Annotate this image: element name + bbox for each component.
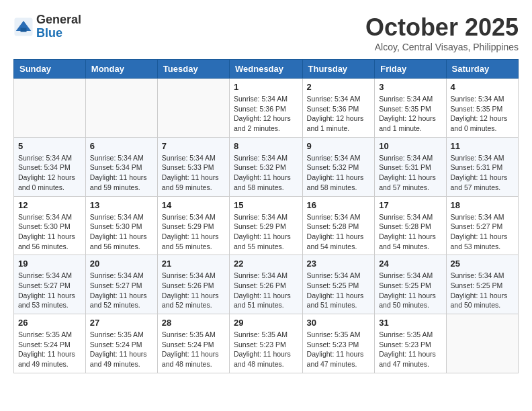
weekday-header-monday: Monday <box>85 60 157 79</box>
calendar-cell: 31Sunrise: 5:35 AM Sunset: 5:23 PM Dayli… <box>375 314 446 373</box>
calendar-table: SundayMondayTuesdayWednesdayThursdayFrid… <box>13 59 519 373</box>
logo-general: General <box>36 13 81 27</box>
day-number: 19 <box>18 259 81 269</box>
calendar-cell <box>157 79 229 138</box>
day-number: 11 <box>451 141 514 151</box>
calendar-cell: 10Sunrise: 5:34 AM Sunset: 5:31 PM Dayli… <box>375 137 446 196</box>
day-number: 6 <box>90 141 153 151</box>
day-info: Sunrise: 5:35 AM Sunset: 5:24 PM Dayligh… <box>162 330 225 369</box>
day-info: Sunrise: 5:34 AM Sunset: 5:27 PM Dayligh… <box>90 271 153 310</box>
day-number: 29 <box>234 318 298 328</box>
calendar-cell: 29Sunrise: 5:35 AM Sunset: 5:23 PM Dayli… <box>230 314 303 373</box>
calendar-cell: 13Sunrise: 5:34 AM Sunset: 5:30 PM Dayli… <box>85 196 157 255</box>
day-info: Sunrise: 5:34 AM Sunset: 5:31 PM Dayligh… <box>451 153 514 193</box>
day-number: 14 <box>162 200 225 210</box>
day-info: Sunrise: 5:34 AM Sunset: 5:28 PM Dayligh… <box>379 212 441 252</box>
day-number: 2 <box>307 82 371 92</box>
calendar-cell: 21Sunrise: 5:34 AM Sunset: 5:26 PM Dayli… <box>157 255 229 314</box>
calendar-cell: 7Sunrise: 5:34 AM Sunset: 5:33 PM Daylig… <box>157 137 229 196</box>
calendar-cell: 3Sunrise: 5:34 AM Sunset: 5:35 PM Daylig… <box>375 79 446 138</box>
weekday-header-friday: Friday <box>375 60 446 79</box>
day-info: Sunrise: 5:34 AM Sunset: 5:32 PM Dayligh… <box>307 153 371 193</box>
day-info: Sunrise: 5:34 AM Sunset: 5:31 PM Dayligh… <box>379 153 441 193</box>
svg-rect-2 <box>21 28 27 32</box>
calendar-cell <box>85 79 157 138</box>
day-info: Sunrise: 5:34 AM Sunset: 5:26 PM Dayligh… <box>234 271 298 310</box>
day-info: Sunrise: 5:34 AM Sunset: 5:26 PM Dayligh… <box>162 271 225 310</box>
calendar-cell: 9Sunrise: 5:34 AM Sunset: 5:32 PM Daylig… <box>302 137 375 196</box>
day-info: Sunrise: 5:34 AM Sunset: 5:30 PM Dayligh… <box>90 212 153 252</box>
day-number: 30 <box>307 318 371 328</box>
day-number: 22 <box>234 259 298 269</box>
location-title: Alcoy, Central Visayas, Philippines <box>365 42 519 52</box>
day-number: 16 <box>307 200 371 210</box>
day-number: 21 <box>162 259 225 269</box>
day-number: 18 <box>451 200 514 210</box>
calendar-cell <box>446 314 518 373</box>
weekday-header-saturday: Saturday <box>446 60 518 79</box>
calendar-cell: 5Sunrise: 5:34 AM Sunset: 5:34 PM Daylig… <box>14 137 86 196</box>
calendar-cell: 16Sunrise: 5:34 AM Sunset: 5:28 PM Dayli… <box>302 196 375 255</box>
calendar-week-row: 19Sunrise: 5:34 AM Sunset: 5:27 PM Dayli… <box>14 255 519 314</box>
day-number: 20 <box>90 259 153 269</box>
day-number: 28 <box>162 318 225 328</box>
day-number: 25 <box>451 259 514 269</box>
day-info: Sunrise: 5:34 AM Sunset: 5:35 PM Dayligh… <box>451 94 514 134</box>
day-info: Sunrise: 5:35 AM Sunset: 5:23 PM Dayligh… <box>307 330 371 369</box>
day-info: Sunrise: 5:34 AM Sunset: 5:36 PM Dayligh… <box>307 94 371 134</box>
day-info: Sunrise: 5:34 AM Sunset: 5:27 PM Dayligh… <box>451 212 514 252</box>
calendar-cell <box>14 79 86 138</box>
day-info: Sunrise: 5:35 AM Sunset: 5:23 PM Dayligh… <box>379 330 441 369</box>
day-info: Sunrise: 5:34 AM Sunset: 5:29 PM Dayligh… <box>234 212 298 252</box>
day-info: Sunrise: 5:34 AM Sunset: 5:32 PM Dayligh… <box>234 153 298 193</box>
calendar-week-row: 26Sunrise: 5:35 AM Sunset: 5:24 PM Dayli… <box>14 314 519 373</box>
day-info: Sunrise: 5:34 AM Sunset: 5:27 PM Dayligh… <box>18 271 81 310</box>
calendar-week-row: 1Sunrise: 5:34 AM Sunset: 5:36 PM Daylig… <box>14 79 519 138</box>
calendar-cell: 28Sunrise: 5:35 AM Sunset: 5:24 PM Dayli… <box>157 314 229 373</box>
calendar-cell: 12Sunrise: 5:34 AM Sunset: 5:30 PM Dayli… <box>14 196 86 255</box>
day-number: 23 <box>307 259 371 269</box>
logo: General Blue <box>13 13 81 40</box>
weekday-header-tuesday: Tuesday <box>157 60 229 79</box>
day-number: 9 <box>307 141 371 151</box>
day-number: 8 <box>234 141 298 151</box>
calendar-cell: 4Sunrise: 5:34 AM Sunset: 5:35 PM Daylig… <box>446 79 518 138</box>
day-info: Sunrise: 5:34 AM Sunset: 5:29 PM Dayligh… <box>162 212 225 252</box>
day-info: Sunrise: 5:35 AM Sunset: 5:23 PM Dayligh… <box>234 330 298 369</box>
day-info: Sunrise: 5:34 AM Sunset: 5:25 PM Dayligh… <box>307 271 371 310</box>
calendar-cell: 1Sunrise: 5:34 AM Sunset: 5:36 PM Daylig… <box>230 79 303 138</box>
calendar-cell: 15Sunrise: 5:34 AM Sunset: 5:29 PM Dayli… <box>230 196 303 255</box>
calendar-cell: 17Sunrise: 5:34 AM Sunset: 5:28 PM Dayli… <box>375 196 446 255</box>
header: General Blue October 2025 Alcoy, Central… <box>13 13 519 52</box>
calendar-cell: 30Sunrise: 5:35 AM Sunset: 5:23 PM Dayli… <box>302 314 375 373</box>
calendar-cell: 6Sunrise: 5:34 AM Sunset: 5:34 PM Daylig… <box>85 137 157 196</box>
day-number: 15 <box>234 200 298 210</box>
day-number: 1 <box>234 82 298 92</box>
day-info: Sunrise: 5:35 AM Sunset: 5:24 PM Dayligh… <box>18 330 81 369</box>
calendar-cell: 14Sunrise: 5:34 AM Sunset: 5:29 PM Dayli… <box>157 196 229 255</box>
title-area: October 2025 Alcoy, Central Visayas, Phi… <box>365 13 519 52</box>
day-info: Sunrise: 5:34 AM Sunset: 5:30 PM Dayligh… <box>18 212 81 252</box>
calendar-cell: 18Sunrise: 5:34 AM Sunset: 5:27 PM Dayli… <box>446 196 518 255</box>
calendar-cell: 26Sunrise: 5:35 AM Sunset: 5:24 PM Dayli… <box>14 314 86 373</box>
calendar-cell: 2Sunrise: 5:34 AM Sunset: 5:36 PM Daylig… <box>302 79 375 138</box>
day-number: 17 <box>379 200 441 210</box>
day-info: Sunrise: 5:34 AM Sunset: 5:36 PM Dayligh… <box>234 94 298 134</box>
day-number: 3 <box>379 82 441 92</box>
calendar-cell: 20Sunrise: 5:34 AM Sunset: 5:27 PM Dayli… <box>85 255 157 314</box>
logo-text: General Blue <box>36 13 81 40</box>
calendar-cell: 27Sunrise: 5:35 AM Sunset: 5:24 PM Dayli… <box>85 314 157 373</box>
logo-icon <box>13 17 34 37</box>
weekday-header-sunday: Sunday <box>14 60 86 79</box>
day-info: Sunrise: 5:34 AM Sunset: 5:34 PM Dayligh… <box>18 153 81 193</box>
day-info: Sunrise: 5:34 AM Sunset: 5:25 PM Dayligh… <box>451 271 514 310</box>
month-title: October 2025 <box>365 13 519 42</box>
day-info: Sunrise: 5:34 AM Sunset: 5:33 PM Dayligh… <box>162 153 225 193</box>
day-info: Sunrise: 5:35 AM Sunset: 5:24 PM Dayligh… <box>90 330 153 369</box>
day-info: Sunrise: 5:34 AM Sunset: 5:25 PM Dayligh… <box>379 271 441 310</box>
day-number: 10 <box>379 141 441 151</box>
day-number: 4 <box>451 82 514 92</box>
calendar-cell: 23Sunrise: 5:34 AM Sunset: 5:25 PM Dayli… <box>302 255 375 314</box>
weekday-header-thursday: Thursday <box>302 60 375 79</box>
logo-blue: Blue <box>36 27 81 40</box>
